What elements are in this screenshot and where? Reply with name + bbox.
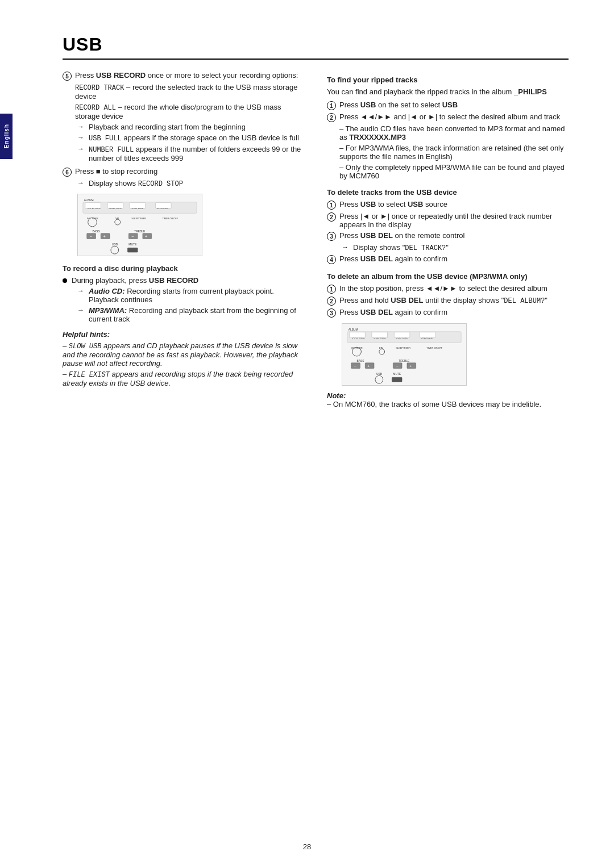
arrow-text-5: Audio CD: Recording starts from current … <box>89 287 304 304</box>
device-image-left: ALBUM TAPE REC USB REC USB DEL SNOOZE IN… <box>77 194 202 256</box>
svg-text:MUTE: MUTE <box>393 373 401 375</box>
album-step-2: 2 Press and hold USB DEL until the displ… <box>327 296 569 306</box>
usb-bold-2: USB <box>442 101 458 109</box>
usb-del-bold-3: USB DEL <box>391 296 423 304</box>
svg-point-15 <box>115 219 121 225</box>
bullet-dot-1 <box>63 278 67 283</box>
arrow-text-6: MP3/WMA: Recording and playback start fr… <box>89 306 304 323</box>
svg-point-28 <box>111 246 119 254</box>
svg-rect-39 <box>420 332 435 338</box>
usb-bold-4: USB <box>408 200 423 208</box>
arrow-symbol-7: → <box>342 243 351 251</box>
delete-step-2: 2 Press |◄ or ►| once or repeatedly unti… <box>327 212 569 229</box>
usb-record-bold-2: USB RECORD <box>149 276 198 285</box>
svg-text:USB: USB <box>376 373 382 375</box>
delete-step-3-text: Press USB DEL on the remote control <box>339 231 464 240</box>
hint-file-exist: – FILE EXIST appears and recording stops… <box>63 370 304 387</box>
arrow-playback-start: → Playback and recording start from the … <box>77 123 304 131</box>
page: English USB 5 Press USB RECORD once or m… <box>0 0 614 868</box>
step-6-circle: 6 <box>63 168 72 177</box>
delete-step-4: 4 Press USB DEL again to confirm <box>327 254 569 264</box>
sidebar-label: English <box>3 124 10 148</box>
step-6-text: Press ■ to stop recording <box>75 167 157 176</box>
delete-step-1-text: Press USB to select USB source <box>339 200 447 208</box>
page-title: USB <box>63 34 569 60</box>
album-step-3: 3 Press USB DEL again to confirm <box>327 308 569 318</box>
svg-text:MUTE: MUTE <box>128 243 137 246</box>
arrow-symbol-1: → <box>77 123 86 131</box>
svg-text:BASS: BASS <box>357 360 365 362</box>
device-svg-left: ALBUM TAPE REC USB REC USB DEL SNOOZE IN… <box>78 194 202 256</box>
usb-del-bold-4: USB DEL <box>360 308 393 316</box>
record-disc-text: During playback, press USB RECORD <box>72 276 198 285</box>
sidebar-english-tab: English <box>0 114 13 159</box>
arrow-symbol-5: → <box>77 287 86 295</box>
device-svg-right: ALBUM TAPE REC USB REC USB DEL SNOOZE IN… <box>342 324 466 385</box>
arrow-usb-full: → USB FULL appears if the storage space … <box>77 133 304 143</box>
album-step-2-circle: 2 <box>327 297 336 306</box>
device-image-right: ALBUM TAPE REC USB REC USB DEL SNOOZE IN… <box>342 323 467 386</box>
album-step-1-circle: 1 <box>327 285 336 294</box>
svg-rect-9 <box>155 203 171 208</box>
note-completely-ripped: – Only the completely ripped MP3/WMA fil… <box>339 163 569 180</box>
arrow-text-3: NUMBER FULL appears if the number of fol… <box>89 145 304 162</box>
find-step-2: 2 Press ◄◄/►► and |◄ or ►| to select the… <box>327 112 569 122</box>
arrow-text-1: Playback and recording start from the be… <box>89 123 246 131</box>
note-section: Note: – On MCM760, the tracks of some US… <box>327 391 569 408</box>
trxxxxxx-bold: TRXXXXXX.MP3 <box>349 133 406 141</box>
step-5: 5 Press USB RECORD once or more to selec… <box>63 71 304 81</box>
usb-bold-1: USB <box>360 101 376 109</box>
step-5-circle: 5 <box>63 72 72 81</box>
svg-text:ALBUM: ALBUM <box>84 199 94 202</box>
arrow-symbol-4: → <box>77 179 86 187</box>
svg-text:SLEEP/TIMER: SLEEP/TIMER <box>396 347 410 349</box>
svg-text:TREBLE: TREBLE <box>134 230 146 233</box>
svg-text:+: + <box>409 364 412 369</box>
mp3-wma-bold: MP3/WMA: <box>89 306 127 315</box>
svg-text:SLEEP/TIMER: SLEEP/TIMER <box>131 217 146 220</box>
svg-rect-29 <box>127 248 138 252</box>
record-option-2: RECORD ALL – record the whole disc/progr… <box>75 103 304 120</box>
svg-text:ALBUM: ALBUM <box>349 328 358 331</box>
arrow-record-stop: → Display shows RECORD STOP <box>77 179 304 188</box>
arrow-mp3-wma: → MP3/WMA: Recording and playback start … <box>77 306 304 323</box>
svg-rect-37 <box>372 332 387 338</box>
helpful-hints-heading: Helpful hints: <box>63 330 304 339</box>
usb-del-bold-2: USB DEL <box>360 254 393 263</box>
album-step-2-text: Press and hold USB DEL until the display… <box>339 296 547 305</box>
right-column: To find your ripped tracks You can find … <box>327 71 569 411</box>
svg-rect-36 <box>350 332 365 338</box>
left-column: 5 Press USB RECORD once or more to selec… <box>63 71 304 411</box>
note-label: Note: <box>327 391 346 400</box>
note-audio-cd: – The audio CD files have been converted… <box>339 124 569 141</box>
find-step-1: 1 Press USB on the set to select USB <box>327 101 569 110</box>
find-ripped-intro: You can find and playback the ripped tra… <box>327 87 569 96</box>
delete-step-4-circle: 4 <box>327 255 336 264</box>
svg-text:TIMER ON/OFF: TIMER ON/OFF <box>426 347 443 349</box>
step-5-text: Press USB RECORD once or more to select … <box>75 71 298 80</box>
delete-album-heading: To delete an album from the USB device (… <box>327 272 569 281</box>
album-step-3-circle: 3 <box>327 308 336 318</box>
arrow-symbol-6: → <box>77 306 86 314</box>
usb-record-bold: USB RECORD <box>96 71 146 80</box>
delete-step-2-text: Press |◄ or ►| once or repeatedly until … <box>339 212 569 229</box>
arrow-del-track: → Display shows "DEL TRACK?" <box>342 243 569 252</box>
album-step-3-text: Press USB DEL again to confirm <box>339 308 447 316</box>
album-step-1: 1 In the stop position, press ◄◄/►► to s… <box>327 284 569 294</box>
find-step-2-circle: 2 <box>327 113 336 122</box>
svg-text:TREBLE: TREBLE <box>399 360 410 362</box>
delete-step-1: 1 Press USB to select USB source <box>327 200 569 210</box>
delete-step-4-text: Press USB DEL again to confirm <box>339 254 447 263</box>
delete-step-3-circle: 3 <box>327 232 336 241</box>
svg-rect-59 <box>392 377 402 382</box>
record-option-1: RECORD TRACK – record the selected track… <box>75 83 304 101</box>
album-name: _PHILIPS <box>514 87 547 96</box>
arrow-audio-cd: → Audio CD: Recording starts from curren… <box>77 287 304 304</box>
audio-cd-bold: Audio CD: <box>89 287 125 295</box>
arrow-symbol-3: → <box>77 145 86 153</box>
record-disc-bullet: During playback, press USB RECORD <box>63 276 304 285</box>
delete-step-1-circle: 1 <box>327 201 336 210</box>
delete-step-2-circle: 2 <box>327 212 336 222</box>
hint-slow-usb: – SLOW USB appears and CD playback pause… <box>63 341 304 368</box>
delete-step-3: 3 Press USB DEL on the remote control <box>327 231 569 241</box>
